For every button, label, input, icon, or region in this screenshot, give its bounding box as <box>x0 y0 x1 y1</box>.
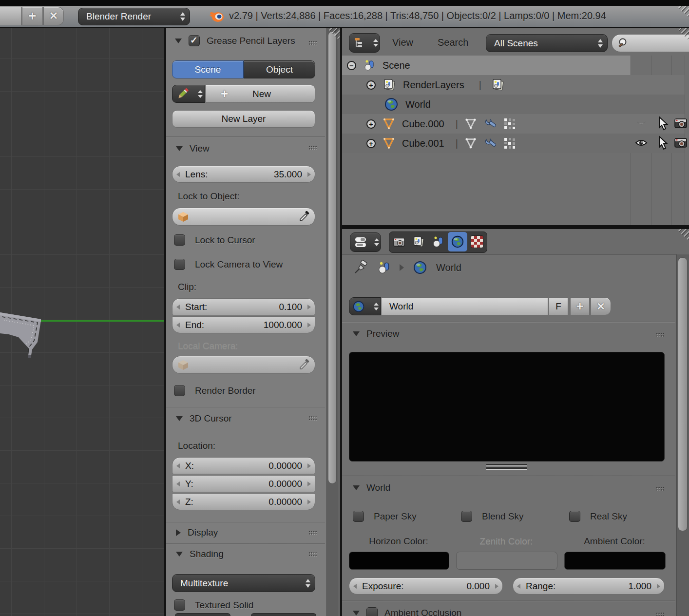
region-divider[interactable] <box>342 225 689 229</box>
tab-render-layers[interactable] <box>409 232 428 251</box>
expand-triangle-icon[interactable] <box>176 529 181 536</box>
add-layout-button[interactable]: + <box>22 7 43 25</box>
visibility-eye-open-icon[interactable] <box>634 137 648 148</box>
panel-drag-dots[interactable] <box>308 40 317 45</box>
close-layout-button[interactable]: ✕ <box>43 7 64 25</box>
renderlayers-icon[interactable] <box>491 78 505 92</box>
modifier-wrench-icon[interactable] <box>483 136 497 150</box>
outliner-filter-select[interactable]: All Scenes <box>486 34 608 52</box>
mesh-object[interactable] <box>0 308 46 372</box>
mesh-data-icon[interactable] <box>464 117 477 130</box>
expand-circle-icon[interactable]: + <box>366 80 376 90</box>
increment-arrow-icon[interactable] <box>307 500 311 504</box>
outliner-search-menu[interactable]: Search <box>438 37 468 48</box>
collapse-triangle-icon[interactable] <box>353 485 360 490</box>
outliner-view-menu[interactable]: View <box>392 37 413 48</box>
real-sky-checkbox[interactable] <box>569 511 580 522</box>
properties-editor-type-button[interactable] <box>350 232 381 252</box>
render-engine-select[interactable]: Blender Render <box>78 8 190 25</box>
selectable-cursor-icon[interactable] <box>657 116 669 131</box>
preview-panel-header[interactable]: Preview <box>353 328 400 339</box>
render-border-row[interactable]: Render Border <box>174 385 256 396</box>
gp-brush-select[interactable] <box>172 85 205 103</box>
collapse-triangle-icon[interactable] <box>176 146 183 151</box>
pin-icon[interactable] <box>354 260 368 275</box>
modifier-wrench-icon[interactable] <box>483 117 497 131</box>
eyedropper-icon[interactable] <box>298 359 310 371</box>
lock-camera-row[interactable]: Lock Camera to View <box>174 259 283 270</box>
decrement-arrow-icon[interactable] <box>176 481 180 486</box>
display-panel-header[interactable]: Display <box>176 527 218 538</box>
increment-arrow-icon[interactable] <box>307 172 311 177</box>
increment-arrow-icon[interactable] <box>657 584 660 589</box>
lock-to-cursor-row[interactable]: Lock to Cursor <box>174 234 255 246</box>
cursor-x-slider[interactable]: X: 0.00000 <box>172 457 315 474</box>
panel-drag-dots[interactable] <box>308 145 317 150</box>
tab-world[interactable] <box>448 232 467 251</box>
increment-arrow-icon[interactable] <box>307 323 311 327</box>
decrement-arrow-icon[interactable] <box>176 463 180 468</box>
collapse-triangle-icon[interactable] <box>176 416 183 421</box>
datablock-add-button[interactable]: + <box>570 297 590 315</box>
scene-icon[interactable] <box>377 261 391 274</box>
cursor-y-slider[interactable]: Y: 0.00000 <box>172 475 315 492</box>
panel-drag-dots[interactable] <box>308 416 317 421</box>
collapse-triangle-icon[interactable] <box>353 331 360 336</box>
decrement-arrow-icon[interactable] <box>517 584 520 589</box>
grease-pencil-checkbox[interactable] <box>189 35 200 46</box>
ambient-color-swatch[interactable] <box>564 552 666 570</box>
scrollbar-thumb[interactable] <box>678 257 688 531</box>
panel-drag-dots[interactable] <box>656 332 664 337</box>
paper-sky-row[interactable]: Paper Sky <box>353 511 417 522</box>
outliner-row-scene[interactable]: − Scene <box>342 56 631 75</box>
expand-circle-icon[interactable]: + <box>366 139 376 148</box>
selectable-cursor-icon[interactable] <box>657 135 669 150</box>
scrollbar-thumb[interactable] <box>328 31 337 484</box>
outliner-row-cube001[interactable]: + Cube.001 | <box>342 134 685 153</box>
cursor-z-slider[interactable]: Z: 0.00000 <box>172 493 315 510</box>
eyedropper-icon[interactable] <box>298 211 310 223</box>
outliner-row-renderlayers[interactable]: + RenderLayers | <box>342 75 685 95</box>
clip-end-slider[interactable]: End: 1000.000 <box>172 316 315 333</box>
decrement-arrow-icon[interactable] <box>176 500 180 504</box>
gp-new-button[interactable]: + New <box>206 85 315 103</box>
outliner-row-cube000[interactable]: + Cube.000 | <box>342 114 685 134</box>
panel-drag-dots[interactable] <box>308 552 317 557</box>
decrement-arrow-icon[interactable] <box>176 323 180 327</box>
range-slider[interactable]: Range: 1.000 <box>513 578 665 595</box>
ao-checkbox[interactable] <box>366 607 378 616</box>
visibility-eye-closed-icon[interactable] <box>634 119 648 129</box>
shading-panel-header[interactable]: Shading <box>176 549 224 559</box>
lock-to-object-field[interactable] <box>172 208 315 226</box>
collapse-triangle-icon[interactable] <box>176 552 183 557</box>
view-panel-header[interactable]: View <box>176 143 210 154</box>
real-sky-row[interactable]: Real Sky <box>569 511 627 522</box>
increment-arrow-icon[interactable] <box>307 481 311 486</box>
increment-arrow-icon[interactable] <box>307 305 311 309</box>
outliner-row-world[interactable]: World <box>342 95 685 114</box>
grease-pencil-panel-header[interactable]: Grease Pencil Layers <box>175 35 321 46</box>
viewport-3d[interactable] <box>0 28 165 616</box>
increment-arrow-icon[interactable] <box>495 584 498 589</box>
zenith-color-swatch[interactable] <box>456 552 557 570</box>
expand-circle-icon[interactable]: + <box>366 119 376 129</box>
outliner-search-input[interactable] <box>612 34 689 52</box>
decrement-arrow-icon[interactable] <box>176 305 180 309</box>
tab-object[interactable]: Object <box>244 60 315 78</box>
tab-texture[interactable] <box>467 232 487 251</box>
datablock-unlink-button[interactable]: ✕ <box>591 297 611 315</box>
ao-panel-header[interactable]: Ambient Occlusion <box>353 607 461 616</box>
world-preview[interactable] <box>349 352 665 462</box>
collapse-triangle-icon[interactable] <box>353 611 360 616</box>
decrement-arrow-icon[interactable] <box>353 584 357 589</box>
world-panel-header[interactable]: World <box>353 482 390 493</box>
tab-scene[interactable] <box>428 232 448 251</box>
textured-solid-checkbox[interactable] <box>174 599 185 611</box>
render-camera-icon[interactable] <box>674 116 688 129</box>
increment-arrow-icon[interactable] <box>307 463 311 468</box>
new-layer-button[interactable]: New Layer <box>172 110 315 128</box>
fake-user-button[interactable]: F <box>549 297 568 315</box>
horizon-color-swatch[interactable] <box>349 552 449 570</box>
collapse-triangle-icon[interactable] <box>175 38 182 43</box>
decrement-arrow-icon[interactable] <box>176 172 180 177</box>
